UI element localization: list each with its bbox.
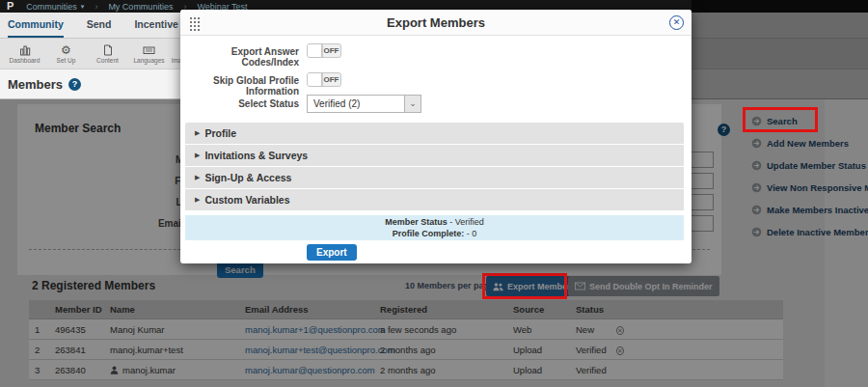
modal-backdrop	[692, 0, 868, 99]
export-answer-codes-toggle[interactable]: OFF	[307, 43, 341, 58]
summary-member-status: Member Status - Verified	[385, 216, 484, 228]
select-status-dropdown[interactable]: Verified (2) ⌄	[307, 95, 421, 113]
caret-down-icon: ▾	[81, 3, 85, 11]
modal-header: Export Members ✕	[180, 10, 692, 36]
breadcrumb-my-communities[interactable]: My Communities	[108, 2, 173, 12]
page-title: Members	[8, 77, 63, 92]
toolbar-label: Set Up	[57, 57, 76, 64]
tab-send[interactable]: Send	[87, 13, 112, 38]
tab-community[interactable]: Community	[8, 13, 64, 38]
accordion-profile[interactable]: ▶ Profile	[185, 123, 684, 144]
summary-profile-complete: Profile Complete: - 0	[393, 228, 477, 239]
export-answer-codes-label: Export Answer Codes/Index	[180, 46, 299, 68]
export-options-accordion: ▶ Profile ▶ Invitations & Surveys ▶ Sign…	[185, 123, 684, 211]
accordion-sign-up-access[interactable]: ▶ Sign-Up & Access	[185, 167, 684, 188]
toolbar-languages[interactable]: Languages	[128, 39, 170, 69]
select-status-label: Select Status	[180, 98, 299, 109]
toggle-knob	[308, 73, 322, 86]
skip-global-profile-label: Skip Global Profile Information	[180, 75, 299, 97]
accordion-label: Profile	[204, 127, 236, 139]
document-icon	[102, 43, 114, 56]
modal-export-button[interactable]: Export	[307, 244, 357, 261]
keyboard-icon	[143, 43, 155, 56]
gear-icon: ⚙	[61, 43, 71, 56]
accordion-custom-variables[interactable]: ▶ Custom Variables	[185, 189, 684, 210]
export-members-modal: Export Members ✕ Export Answer Codes/Ind…	[180, 10, 692, 263]
close-icon[interactable]: ✕	[669, 15, 684, 30]
accordion-label: Invitations & Surveys	[204, 150, 308, 161]
bar-chart-icon	[19, 43, 31, 56]
tab-incentive[interactable]: Incentive	[134, 13, 178, 38]
breadcrumb-separator: ›	[95, 2, 97, 12]
caret-right-icon: ▶	[195, 174, 200, 181]
caret-right-icon: ▶	[195, 129, 200, 137]
caret-right-icon: ▶	[195, 196, 200, 204]
skip-global-profile-toggle[interactable]: OFF	[307, 72, 341, 87]
modal-title: Export Members	[180, 10, 692, 36]
toggle-knob	[308, 44, 322, 57]
chevron-down-icon: ⌄	[404, 96, 420, 112]
caret-right-icon: ▶	[195, 152, 200, 159]
accordion-label: Sign-Up & Access	[204, 172, 291, 183]
toolbar-label: Dashboard	[10, 57, 41, 64]
help-icon[interactable]: ?	[68, 78, 81, 91]
toolbar-label: Content	[96, 57, 119, 64]
toolbar-content[interactable]: Content	[87, 39, 128, 69]
questionpro-logo-icon[interactable]: P	[7, 0, 14, 13]
select-status-value: Verified (2)	[308, 96, 404, 112]
toolbar-set-up[interactable]: ⚙ Set Up	[45, 39, 87, 69]
toggle-value: OFF	[322, 73, 340, 86]
toolbar-label: Languages	[133, 57, 164, 64]
toolbar-dashboard[interactable]: Dashboard	[4, 39, 45, 69]
export-summary-band: Member Status - Verified Profile Complet…	[185, 215, 684, 240]
toggle-value: OFF	[322, 44, 340, 57]
app-root: P Communities ▾ › My Communities › Webin…	[0, 0, 868, 387]
product-menu[interactable]: Communities	[26, 2, 77, 12]
accordion-invitations-surveys[interactable]: ▶ Invitations & Surveys	[185, 145, 684, 166]
accordion-label: Custom Variables	[204, 194, 289, 206]
drag-handle-icon[interactable]	[189, 16, 200, 31]
